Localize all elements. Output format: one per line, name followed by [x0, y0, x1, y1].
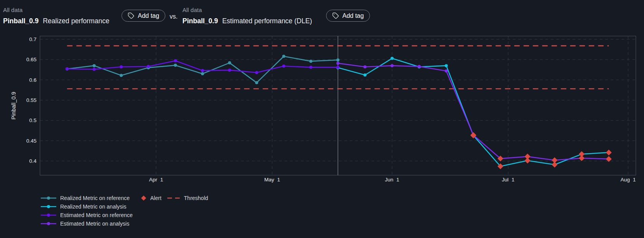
- alert-diamond-icon: [141, 195, 147, 201]
- series-realized-analysis[interactable]: [337, 57, 611, 168]
- series-estimated-reference[interactable]: [66, 59, 340, 74]
- performance-chart[interactable]: 0.70.650.60.550.50.450.4Apr 1May 1Jun 1J…: [0, 31, 644, 194]
- data-point[interactable]: [147, 65, 150, 68]
- series-estimated-analysis[interactable]: [337, 62, 611, 162]
- data-point[interactable]: [255, 81, 258, 84]
- legend-series-column: Realized Metric on reference Realized Me…: [40, 194, 133, 228]
- data-point[interactable]: [337, 62, 340, 65]
- y-tick-label: 0.55: [26, 97, 36, 103]
- data-point[interactable]: [309, 66, 312, 69]
- dataset-scope-label: All data: [3, 7, 109, 13]
- line-marker-icon: [40, 221, 57, 226]
- series-line[interactable]: [338, 63, 609, 160]
- line-marker-icon: [40, 212, 57, 218]
- add-tag-label: Add tag: [138, 12, 159, 19]
- data-point[interactable]: [228, 61, 231, 64]
- data-point[interactable]: [93, 64, 96, 67]
- data-point[interactable]: [337, 66, 340, 69]
- data-point[interactable]: [174, 64, 177, 67]
- y-tick-label: 0.7: [29, 36, 36, 42]
- alert-marker[interactable]: [524, 153, 530, 159]
- legend-item-estimated-analysis[interactable]: Estimated Metric on analysis: [40, 219, 133, 228]
- threshold-dash-icon: [167, 196, 180, 200]
- data-point[interactable]: [66, 67, 69, 71]
- data-point[interactable]: [363, 66, 366, 69]
- data-point[interactable]: [418, 65, 421, 68]
- add-tag-button-left[interactable]: Add tag: [122, 10, 165, 22]
- y-tick-label: 0.4: [29, 158, 36, 164]
- x-tick-label: Jun 1: [385, 177, 399, 183]
- left-title-block: All data Pinball_0.9Realized performance: [3, 7, 109, 25]
- metric-name: Pinball_0.9: [182, 17, 218, 25]
- data-point[interactable]: [201, 69, 204, 72]
- right-title-block: All data Pinball_0.9Estimated performanc…: [182, 7, 312, 25]
- dataset-scope-label: All data: [182, 7, 312, 13]
- y-tick-label: 0.5: [29, 117, 36, 123]
- data-point[interactable]: [337, 59, 340, 62]
- data-point[interactable]: [282, 55, 285, 58]
- left-metric-line: Pinball_0.9Realized performance: [3, 17, 109, 25]
- data-point[interactable]: [120, 74, 123, 77]
- legend-label: Estimated Metric on analysis: [60, 221, 129, 227]
- tag-icon: [128, 12, 134, 19]
- data-point[interactable]: [363, 73, 366, 76]
- data-point[interactable]: [445, 69, 448, 72]
- y-tick-label: 0.45: [26, 138, 36, 144]
- add-tag-button-right[interactable]: Add tag: [326, 10, 370, 22]
- legend-label: Estimated Metric on reference: [60, 212, 133, 218]
- legend-item-realized-analysis[interactable]: Realized Metric on analysis: [40, 202, 133, 211]
- data-point[interactable]: [120, 66, 123, 69]
- data-point[interactable]: [282, 64, 285, 67]
- legend-alert-threshold-column: Alert Threshold: [141, 194, 208, 202]
- data-point[interactable]: [445, 64, 448, 67]
- x-tick-label: Apr 1: [149, 177, 163, 183]
- series-line[interactable]: [338, 59, 609, 166]
- line-marker-icon: [40, 195, 57, 201]
- alert-marker[interactable]: [579, 155, 585, 161]
- y-tick-label: 0.6: [29, 77, 36, 83]
- monitoring-dashboard: { "header": { "left": { "scope": "All da…: [0, 0, 644, 238]
- tag-icon: [332, 12, 339, 19]
- vs-label: vs.: [170, 13, 177, 20]
- alert-marker[interactable]: [606, 150, 612, 155]
- data-point[interactable]: [391, 64, 394, 67]
- legend-label: Realized Metric on reference: [60, 195, 130, 201]
- x-tick-label: Aug 1: [620, 177, 635, 183]
- data-point[interactable]: [228, 69, 231, 72]
- y-tick-label: 0.65: [26, 57, 36, 62]
- data-point[interactable]: [201, 72, 204, 75]
- y-gridlines: 0.70.650.60.550.50.450.4: [26, 36, 636, 164]
- metric-subtitle: Realized performance: [43, 17, 109, 25]
- add-tag-label: Add tag: [342, 12, 364, 19]
- legend-item-alert[interactable]: Alert: [141, 194, 161, 202]
- x-tick-label: Jul 1: [502, 177, 515, 183]
- y-axis-title: Pinball_0.9: [10, 92, 17, 120]
- legend-item-threshold[interactable]: Threshold: [167, 194, 208, 202]
- legend-label: Alert: [150, 195, 161, 201]
- alert-marker[interactable]: [552, 157, 557, 163]
- data-point[interactable]: [391, 57, 394, 60]
- legend-item-estimated-reference[interactable]: Estimated Metric on reference: [40, 211, 133, 219]
- legend-label: Realized Metric on analysis: [60, 204, 126, 210]
- legend-label: Threshold: [184, 195, 208, 201]
- data-point[interactable]: [309, 60, 312, 63]
- legend-item-realized-reference[interactable]: Realized Metric on reference: [40, 194, 133, 202]
- right-metric-line: Pinball_0.9Estimated performance (DLE): [182, 17, 312, 25]
- data-point[interactable]: [93, 68, 96, 71]
- data-point[interactable]: [174, 59, 177, 62]
- metric-subtitle: Estimated performance (DLE): [222, 17, 312, 25]
- x-tick-label: May 1: [264, 177, 280, 183]
- metric-name: Pinball_0.9: [3, 17, 38, 25]
- line-marker-icon: [40, 204, 57, 209]
- data-point[interactable]: [255, 71, 258, 74]
